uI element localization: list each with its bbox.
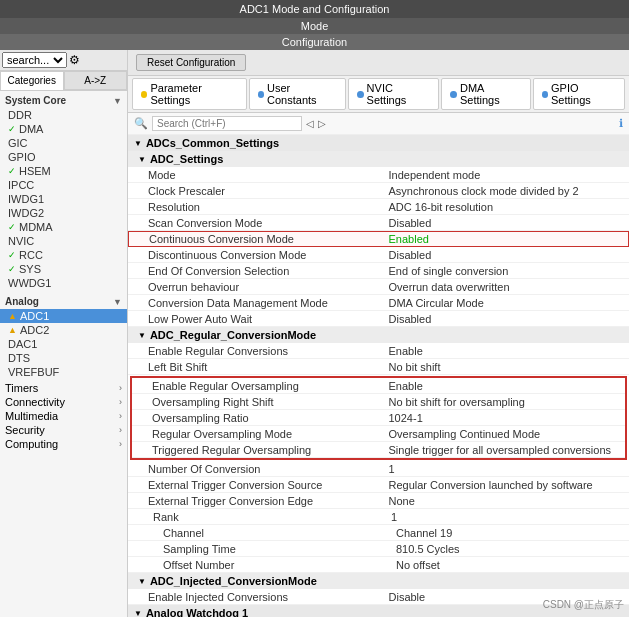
label-low-power: Low Power Auto Wait [148, 313, 389, 325]
sidebar-item-dts[interactable]: DTS [0, 351, 127, 365]
section-computing[interactable]: Computing › [0, 437, 127, 451]
reset-button[interactable]: Reset Configuration [136, 54, 246, 71]
tab-dma-settings[interactable]: DMA Settings [441, 78, 530, 110]
label-ext-trigger-source: External Trigger Conversion Source [148, 479, 389, 491]
sidebar: search... ⚙ Categories A->Z System Core … [0, 50, 128, 617]
row-oversampling-right-shift: Oversampling Right Shift No bit shift fo… [132, 394, 625, 410]
watermark: CSDN @正点原子 [543, 598, 624, 612]
tabs-bar: Parameter Settings User Constants NVIC S… [128, 76, 629, 113]
sidebar-item-wwdg1[interactable]: WWDG1 [0, 276, 127, 290]
sidebar-item-rcc[interactable]: ✓RCC [0, 248, 127, 262]
search-input[interactable] [152, 116, 302, 131]
label-triggered-regular: Triggered Regular Oversampling [152, 444, 389, 456]
tab-user-constants[interactable]: User Constants [249, 78, 347, 110]
row-left-bit-shift: Left Bit Shift No bit shift [128, 359, 629, 375]
label-overrun: Overrun behaviour [148, 281, 389, 293]
sidebar-item-adc2[interactable]: ▲ADC2 [0, 323, 127, 337]
sidebar-header: search... ⚙ [0, 50, 127, 71]
row-regular-oversampling-mode: Regular Oversampling Mode Oversampling C… [132, 426, 625, 442]
sidebar-item-adc1[interactable]: ▲ADC1 [0, 309, 127, 323]
label-regular-oversampling-mode: Regular Oversampling Mode [152, 428, 389, 440]
sidebar-item-dma[interactable]: ✓DMA [0, 122, 127, 136]
tab-parameter-settings[interactable]: Parameter Settings [132, 78, 247, 110]
value-resolution: ADC 16-bit resolution [389, 201, 622, 213]
tab-dot-dma [450, 91, 456, 98]
row-overrun: Overrun behaviour Overrun data overwritt… [128, 279, 629, 295]
search-next-icon[interactable]: ▷ [318, 118, 326, 129]
section-timers[interactable]: Timers › [0, 381, 127, 395]
label-channel: Channel [163, 527, 396, 539]
row-oversampling-ratio: Oversampling Ratio 1024-1 [132, 410, 625, 426]
tab-gpio-settings[interactable]: GPIO Settings [533, 78, 625, 110]
oversampling-group: Enable Regular Oversampling Enable Overs… [130, 376, 627, 460]
sidebar-item-nvic[interactable]: NVIC [0, 234, 127, 248]
value-enable-oversampling: Enable [389, 380, 618, 392]
value-oversampling-right-shift: No bit shift for oversampling [389, 396, 618, 408]
value-conversion-data: DMA Circular Mode [389, 297, 622, 309]
label-enable-injected: Enable Injected Conversions [148, 591, 389, 603]
value-discontinuous-conversion: Disabled [389, 249, 622, 261]
window-title: ADC1 Mode and Configuration [240, 3, 390, 15]
multimedia-label: Multimedia [5, 410, 58, 422]
row-end-of-conversion: End Of Conversion Selection End of singl… [128, 263, 629, 279]
sidebar-item-gpio[interactable]: GPIO [0, 150, 127, 164]
section-multimedia[interactable]: Multimedia › [0, 409, 127, 423]
main-container: ADC1 Mode and Configuration Mode Configu… [0, 0, 629, 617]
system-core-arrow: ▼ [113, 96, 122, 106]
label-ext-trigger-edge: External Trigger Conversion Edge [148, 495, 389, 507]
search-bar: 🔍 ◁ ▷ ℹ [128, 113, 629, 135]
sidebar-search-select[interactable]: search... [2, 52, 67, 68]
sidebar-item-iwdg2[interactable]: IWDG2 [0, 206, 127, 220]
system-core-label: System Core [5, 95, 66, 106]
value-end-of-conversion: End of single conversion [389, 265, 622, 277]
analog-header[interactable]: Analog ▼ [0, 294, 127, 309]
check-icon-hsem: ✓ [8, 166, 16, 176]
sidebar-item-dac1[interactable]: DAC1 [0, 337, 127, 351]
adc-regular-arrow: ▼ [138, 331, 146, 340]
sidebar-item-mdma[interactable]: ✓MDMA [0, 220, 127, 234]
value-ext-trigger-source: Regular Conversion launched by software [389, 479, 622, 491]
value-rank: 1 [391, 511, 621, 523]
tab-nvic-settings[interactable]: NVIC Settings [348, 78, 439, 110]
sidebar-item-iwdg1[interactable]: IWDG1 [0, 192, 127, 206]
section-connectivity[interactable]: Connectivity › [0, 395, 127, 409]
label-conversion-data: Conversion Data Management Mode [148, 297, 389, 309]
row-enable-oversampling: Enable Regular Oversampling Enable [132, 378, 625, 394]
gear-icon[interactable]: ⚙ [69, 53, 80, 67]
sidebar-item-ipcc[interactable]: IPCC [0, 178, 127, 192]
info-icon[interactable]: ℹ [619, 117, 623, 130]
tab-dot-nvic [357, 91, 363, 98]
section-security[interactable]: Security › [0, 423, 127, 437]
row-channel: Channel Channel 19 [128, 525, 629, 541]
sidebar-item-hsem[interactable]: ✓HSEM [0, 164, 127, 178]
value-channel: Channel 19 [396, 527, 621, 539]
label-scan-conversion: Scan Conversion Mode [148, 217, 389, 229]
content-area: search... ⚙ Categories A->Z System Core … [0, 50, 629, 617]
system-core-header[interactable]: System Core ▼ [0, 93, 127, 108]
sidebar-item-gic[interactable]: GIC [0, 136, 127, 150]
value-overrun: Overrun data overwritten [389, 281, 622, 293]
sidebar-item-ddr[interactable]: DDR [0, 108, 127, 122]
value-regular-oversampling-mode: Oversampling Continued Mode [389, 428, 618, 440]
tab-label-user: User Constants [267, 82, 337, 106]
label-offset-number: Offset Number [163, 559, 396, 571]
security-arrow: › [119, 425, 122, 435]
computing-label: Computing [5, 438, 58, 450]
row-low-power: Low Power Auto Wait Disabled [128, 311, 629, 327]
adc-common-header[interactable]: ▼ ADCs_Common_Settings [128, 135, 629, 151]
label-end-of-conversion: End Of Conversion Selection [148, 265, 389, 277]
adc-regular-header[interactable]: ▼ ADC_Regular_ConversionMode [128, 327, 629, 343]
tab-categories[interactable]: Categories [0, 71, 64, 90]
tab-label-nvic: NVIC Settings [367, 82, 431, 106]
adc-settings-header[interactable]: ▼ ADC_Settings [128, 151, 629, 167]
adc-injected-label: ADC_Injected_ConversionMode [150, 575, 317, 587]
config-label: Configuration [282, 36, 347, 48]
label-left-bit-shift: Left Bit Shift [148, 361, 389, 373]
row-ext-trigger-source: External Trigger Conversion Source Regul… [128, 477, 629, 493]
search-prev-icon[interactable]: ◁ [306, 118, 314, 129]
sidebar-item-sys[interactable]: ✓SYS [0, 262, 127, 276]
tab-atoz[interactable]: A->Z [64, 71, 128, 90]
sidebar-item-vrefbuf[interactable]: VREFBUF [0, 365, 127, 379]
adc-injected-header[interactable]: ▼ ADC_Injected_ConversionMode [128, 573, 629, 589]
label-number-of-conversion: Number Of Conversion [148, 463, 389, 475]
